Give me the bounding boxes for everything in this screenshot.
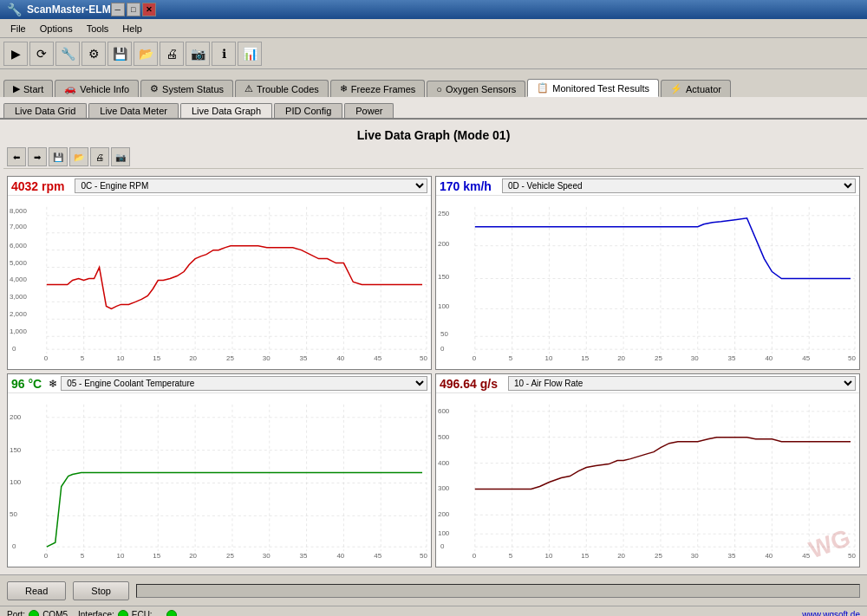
svg-text:35: 35	[300, 354, 308, 362]
chart-speed-header: 170 km/h 0D - Vehicle Speed	[436, 177, 859, 196]
chart-speed-selector[interactable]: 0D - Vehicle Speed	[502, 178, 856, 193]
chart-airflow-value: 496.64 g/s	[440, 377, 498, 391]
chart-rpm-selector[interactable]: 0C - Engine RPM	[75, 178, 427, 193]
chart-rpm-header: 4032 rpm 0C - Engine RPM	[8, 177, 431, 196]
svg-text:0: 0	[473, 552, 477, 560]
tab1-system-status[interactable]: ⚙ System Status	[140, 80, 233, 97]
svg-text:30: 30	[263, 552, 271, 560]
chart-rpm-area: 8,000 7,000 6,000 5,000 4,000 3,000 2,00…	[8, 196, 431, 369]
tab2-live-data-grid[interactable]: Live Data Grid	[3, 103, 87, 118]
close-button[interactable]: ✕	[142, 3, 156, 16]
svg-text:20: 20	[189, 354, 197, 362]
svg-text:35: 35	[300, 552, 308, 560]
svg-text:400: 400	[438, 459, 450, 467]
port-value: COM5	[42, 610, 68, 616]
y-axis-label: 8,000	[10, 207, 27, 215]
tab2-power[interactable]: Power	[344, 103, 394, 118]
chart-airflow-selector[interactable]: 10 - Air Flow Rate	[508, 376, 856, 391]
tab1-oxygen-sensors[interactable]: ○ Oxygen Sensors	[427, 81, 525, 97]
svg-text:5,000: 5,000	[10, 259, 27, 267]
mini-btn-3[interactable]: 💾	[49, 147, 68, 166]
svg-text:50: 50	[848, 552, 856, 560]
svg-text:15: 15	[581, 552, 589, 560]
svg-text:6,000: 6,000	[10, 242, 27, 250]
mini-btn-1[interactable]: ⬅	[7, 147, 26, 166]
svg-text:20: 20	[617, 552, 625, 560]
tab2-live-data-meter[interactable]: Live Data Meter	[88, 103, 179, 118]
svg-text:5: 5	[81, 354, 85, 362]
chart-rpm-value: 4032 rpm	[11, 179, 64, 193]
tab1-monitored-test[interactable]: 📋Monitored Test Results	[527, 79, 659, 97]
tab1-start[interactable]: ▶ Start	[3, 80, 53, 97]
tabs-row1: ▶ Start 🚗 Vehicle Info ⚙ System Status ⚠…	[0, 69, 867, 97]
svg-text:30: 30	[263, 354, 271, 362]
menu-tools[interactable]: Tools	[80, 22, 116, 36]
svg-text:5: 5	[509, 552, 513, 560]
svg-text:15: 15	[153, 552, 160, 560]
chart-airflow-svg: 600 500 400 300 200 100 0	[436, 393, 859, 567]
svg-text:0: 0	[440, 542, 445, 550]
mini-btn-6[interactable]: 📷	[111, 147, 130, 166]
svg-text:600: 600	[438, 407, 450, 415]
mini-btn-2[interactable]: ➡	[28, 147, 47, 166]
tab1-freeze-frames[interactable]: ❄ Freeze Frames	[330, 80, 426, 97]
chart-coolant-selector[interactable]: 05 - Engine Coolant Temperature	[61, 376, 427, 391]
svg-text:45: 45	[802, 354, 810, 362]
svg-text:20: 20	[189, 552, 197, 560]
svg-text:15: 15	[153, 354, 160, 362]
chart-speed-value: 170 km/h	[440, 179, 492, 193]
tabs-row2: Live Data Grid Live Data Meter Live Data…	[0, 97, 867, 120]
maximize-button[interactable]: □	[127, 3, 140, 16]
svg-text:0: 0	[473, 354, 477, 362]
toolbar-btn-5[interactable]: 💾	[108, 42, 132, 66]
minimize-button[interactable]: ─	[111, 3, 125, 16]
menu-file[interactable]: File	[3, 22, 33, 36]
toolbar-btn-4[interactable]: ⚙	[81, 42, 106, 66]
svg-text:50: 50	[420, 354, 427, 362]
toolbar-btn-3[interactable]: 🔧	[55, 42, 80, 66]
chart-rpm: 4032 rpm 0C - Engine RPM 8,000 7,000 6,0…	[7, 176, 432, 370]
menu-options[interactable]: Options	[33, 22, 80, 36]
toolbar-btn-8[interactable]: 📷	[186, 42, 210, 66]
svg-text:300: 300	[438, 484, 450, 492]
svg-text:0: 0	[12, 542, 16, 550]
chart-airflow-header: 496.64 g/s 10 - Air Flow Rate	[436, 374, 859, 393]
tab2-live-data-graph[interactable]: Live Data Graph	[180, 103, 272, 118]
svg-text:7,000: 7,000	[10, 223, 27, 230]
svg-text:50: 50	[420, 552, 427, 560]
mini-btn-5[interactable]: 🖨	[90, 147, 109, 166]
toolbar-btn-1[interactable]: ▶	[3, 42, 28, 66]
tab1-trouble-codes[interactable]: ⚠ Trouble Codes	[235, 80, 329, 97]
tab2-pid-config[interactable]: PID Config	[274, 103, 342, 118]
tab1-vehicle-info[interactable]: 🚗 Vehicle Info	[55, 80, 139, 97]
page-title: Live Data Graph (Mode 01)	[3, 123, 864, 146]
menu-help[interactable]: Help	[115, 22, 149, 36]
svg-text:1,000: 1,000	[10, 327, 27, 335]
svg-text:100: 100	[438, 302, 450, 310]
chart-speed: 170 km/h 0D - Vehicle Speed 250 200 150 …	[435, 176, 860, 370]
port-led	[29, 610, 39, 617]
app-icon: 🔧	[7, 3, 22, 16]
read-button[interactable]: Read	[7, 581, 66, 600]
svg-text:10: 10	[116, 552, 124, 560]
interface-led	[118, 610, 128, 617]
svg-text:10: 10	[116, 354, 124, 362]
svg-text:25: 25	[226, 552, 234, 560]
svg-text:10: 10	[544, 354, 552, 362]
charts-grid: 4032 rpm 0C - Engine RPM 8,000 7,000 6,0…	[3, 172, 864, 571]
toolbar-btn-2[interactable]: ⟳	[29, 42, 54, 66]
app-title: ScanMaster-ELM	[27, 3, 111, 16]
svg-text:0: 0	[12, 345, 16, 353]
tab1-actuator[interactable]: ⚡ Actuator	[661, 80, 731, 97]
stop-button[interactable]: Stop	[73, 581, 129, 600]
svg-text:30: 30	[691, 552, 699, 560]
svg-text:500: 500	[438, 433, 450, 441]
speed-line	[475, 218, 851, 279]
chart-coolant-value: 96 °C	[11, 377, 42, 391]
toolbar-btn-9[interactable]: ℹ	[212, 42, 236, 66]
scrollbar[interactable]	[136, 584, 860, 598]
toolbar-btn-7[interactable]: 🖨	[160, 42, 184, 66]
mini-btn-4[interactable]: 📂	[69, 147, 88, 166]
toolbar-btn-6[interactable]: 📂	[134, 42, 158, 66]
toolbar-btn-10[interactable]: 📊	[238, 42, 262, 66]
